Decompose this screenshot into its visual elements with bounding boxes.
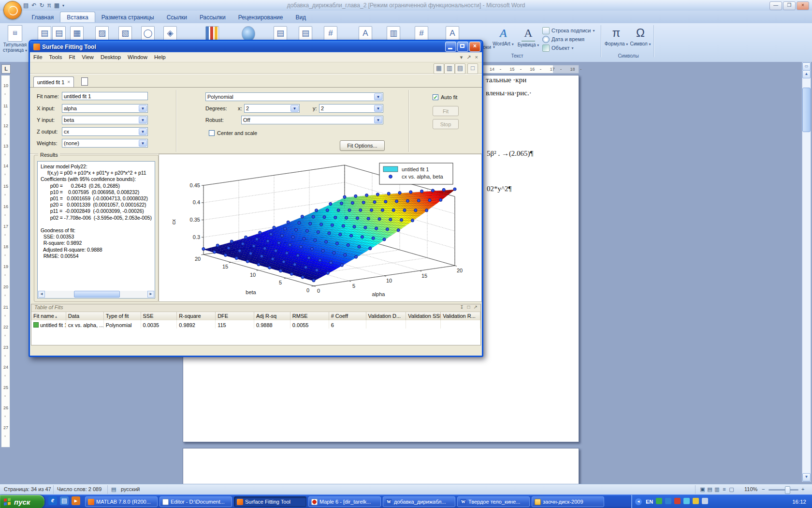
panel-close-icon[interactable]: × — [475, 54, 478, 60]
web-layout-view-icon[interactable]: ▥ — [713, 486, 721, 493]
column-header[interactable]: RMSE — [290, 312, 329, 320]
undock-icon[interactable]: ↗ — [474, 304, 478, 310]
taskbar-button[interactable]: заочн-диск-2009 — [532, 496, 604, 507]
ribbon-tab-Главная[interactable]: Главная — [25, 12, 60, 22]
restore-panel-icon[interactable]: □ — [467, 304, 470, 310]
date-time-button[interactable]: Дата и время — [542, 35, 584, 44]
word-minimize-button[interactable]: — — [769, 1, 782, 10]
word-restore-button[interactable]: ❒ — [783, 1, 796, 10]
hide-icons-chevron[interactable]: ◂ — [635, 498, 642, 505]
table-cell[interactable]: untitled fit 1 — [31, 320, 66, 329]
print-layout-view-icon[interactable]: ▣ — [699, 486, 706, 493]
ribbon-tab-Рассылки[interactable]: Рассылки — [193, 12, 232, 22]
signature-line-button[interactable]: Строка подписи▾ — [542, 26, 594, 35]
new-fit-icon[interactable] — [81, 77, 88, 86]
layout-single-icon[interactable]: ▦ — [434, 63, 444, 74]
full-screen-view-icon[interactable]: ▤ — [706, 486, 713, 493]
robust-select[interactable]: Off▼ — [241, 116, 383, 124]
ruler-toggle-button[interactable]: ▭ — [802, 62, 811, 71]
fit-type-select[interactable]: Polynomial▼ — [205, 92, 383, 101]
column-header[interactable]: Validation D... — [366, 312, 406, 320]
table-icon[interactable]: ▦ — [54, 2, 59, 9]
object-button[interactable]: Объект▾ — [542, 44, 573, 52]
stop-button[interactable]: Stop — [433, 119, 459, 129]
table-cell[interactable]: 6 — [329, 320, 366, 329]
table-cell[interactable]: 0.9892 — [177, 320, 216, 329]
table-cell[interactable]: 0.0055 — [290, 320, 329, 329]
antivirus-icon[interactable] — [656, 498, 662, 504]
menu-tools[interactable]: Tools — [46, 53, 66, 61]
qat-dropdown-icon[interactable]: ▾ — [62, 3, 64, 8]
taskbar-button[interactable]: Editor - D:\Document... — [160, 496, 232, 507]
undo-icon[interactable]: ↶ — [31, 2, 36, 9]
display-icon[interactable] — [683, 498, 690, 504]
table-cell[interactable] — [441, 320, 480, 329]
close-tab-icon[interactable]: × — [67, 79, 70, 85]
weights-select[interactable]: (none)▼ — [62, 139, 148, 148]
tab-stop-selector[interactable]: L — [1, 64, 11, 74]
outline-view-icon[interactable]: ≡ — [721, 486, 728, 492]
fit-options-button[interactable]: Fit Options... — [340, 140, 385, 151]
language-indicator[interactable]: русский — [121, 486, 140, 492]
show-desktop-icon[interactable]: ▤ — [60, 496, 69, 505]
zoom-out-icon[interactable]: − — [762, 486, 765, 492]
media-player-icon[interactable]: ▸ — [72, 496, 80, 505]
y-input-select[interactable]: beta▼ — [62, 116, 148, 124]
redo-icon[interactable]: ↻ — [39, 2, 44, 9]
column-header[interactable]: DFE — [216, 312, 254, 320]
table-cell[interactable]: 0.9888 — [254, 320, 290, 329]
column-header[interactable]: R-square — [177, 312, 216, 320]
zoom-slider[interactable] — [768, 489, 798, 491]
taskbar-button[interactable]: Maple 6 - [dir_tarelk... — [308, 496, 381, 507]
page-count[interactable]: Страница: 34 из 47 — [4, 486, 51, 492]
column-header[interactable]: Adj R-sq — [254, 312, 290, 320]
equation-icon[interactable]: π — [47, 2, 51, 9]
results-horizontal-scrollbar[interactable]: ◄ ► — [38, 291, 154, 298]
scrollbar-thumb[interactable] — [74, 291, 120, 298]
ribbon-tab-Разметка страницы[interactable]: Разметка страницы — [95, 12, 160, 22]
taskbar-button[interactable]: Твердое тело_кине... — [457, 496, 530, 507]
ribbon-tab-Рецензирование[interactable]: Рецензирование — [232, 12, 290, 22]
sft-titlebar[interactable]: Surface Fitting Tool × — [30, 41, 482, 52]
office-button[interactable] — [3, 1, 22, 19]
menu-help[interactable]: Help — [151, 53, 169, 61]
taskbar-button[interactable]: Surface Fitting Tool — [234, 496, 306, 507]
clock[interactable]: 16:12 — [792, 499, 806, 505]
table-cell[interactable]: 115 — [216, 320, 254, 329]
table-cell[interactable] — [366, 320, 406, 329]
word-titlebar[interactable]: добавка_дирижабли_глава_2 [Режим огранич… — [0, 0, 812, 11]
fit-button[interactable]: Fit — [433, 106, 459, 116]
column-header[interactable]: Fit name ▴ — [31, 312, 66, 320]
layout-split-vertical-icon[interactable]: ▥ — [444, 63, 455, 74]
layout-split-horizontal-icon[interactable]: ▤ — [455, 63, 465, 74]
menu-fit[interactable]: Fit — [65, 53, 78, 61]
table-cell[interactable] — [406, 320, 441, 329]
updates-icon[interactable] — [693, 498, 699, 504]
taskbar-button[interactable]: добавка_дирижабл... — [383, 496, 455, 507]
scroll-left-icon[interactable]: ◄ — [38, 291, 45, 298]
start-button[interactable]: пуск — [0, 495, 44, 508]
column-header[interactable]: SSE — [141, 312, 177, 320]
messenger-icon[interactable] — [702, 498, 708, 504]
ribbon-tab-Вставка[interactable]: Вставка — [60, 12, 95, 22]
table-of-fits-titlebar[interactable]: Table of Fits ↧ □ ↗ — [31, 304, 480, 312]
panel-collapse-icon[interactable]: ▾ — [460, 54, 463, 60]
scroll-up-icon[interactable]: ▲ — [802, 70, 811, 78]
word-close-button[interactable]: × — [797, 1, 809, 10]
column-header[interactable]: Data — [66, 312, 104, 320]
ribbon-tab-Вид[interactable]: Вид — [289, 12, 312, 22]
volume-icon[interactable] — [674, 498, 681, 504]
table-cell[interactable]: 0.0035 — [141, 320, 177, 329]
save-icon[interactable]: ▤ — [23, 2, 29, 9]
degree-y-select[interactable]: 2▼ — [319, 104, 383, 113]
dock-icon[interactable]: ↧ — [460, 304, 464, 310]
degree-x-select[interactable]: 2▼ — [244, 104, 300, 113]
menu-desktop[interactable]: Desktop — [97, 53, 124, 61]
center-and-scale-checkbox[interactable] — [209, 130, 215, 136]
menu-file[interactable]: File — [30, 53, 46, 61]
zoom-slider-thumb[interactable] — [785, 486, 790, 494]
zoom-level[interactable]: 110% — [744, 486, 757, 492]
menu-window[interactable]: Window — [124, 53, 151, 61]
network-icon[interactable] — [665, 498, 671, 504]
language-bar[interactable]: EN — [646, 499, 653, 505]
